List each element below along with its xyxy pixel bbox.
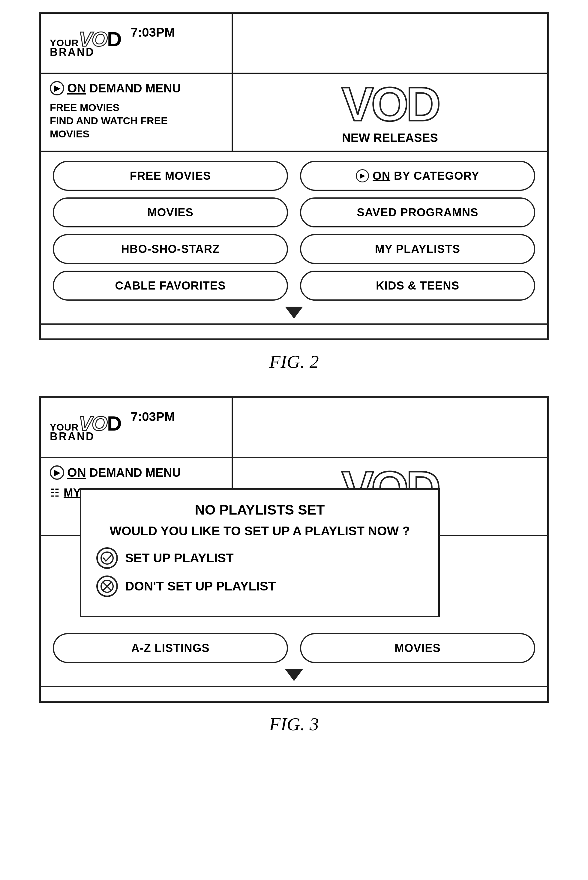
menu-btn-movies[interactable]: MOVIES [53,198,288,228]
scroll-arrow-row [41,304,547,324]
menu-btn-hbo-sho-starz[interactable]: HBO-SHO-STARZ [53,234,288,264]
fig3-caption: FIG. 3 [269,714,319,735]
play-icon: ▶ [50,81,64,95]
play-icon-fig3: ▶ [50,465,64,480]
scroll-arrow-row-fig3 [41,666,547,686]
new-releases-label: NEW RELEASES [342,131,438,145]
menu-btn-on-by-category[interactable]: ▶ ON BY CATEGORY [300,161,535,191]
menu-btn-my-playlists[interactable]: MY PLAYLISTS [300,234,535,264]
menu-btn-saved-programs[interactable]: SAVED PROGRAMNS [300,198,535,228]
menu-btn-movies-bottom[interactable]: MOVIES [300,633,535,663]
dialog-question: WOULD YOU LIKE TO SET UP A PLAYLIST NOW … [96,524,423,538]
bottom-bar-fig3 [41,686,547,701]
menu-btn-cable-favorites[interactable]: CABLE FAVORITES [53,271,288,301]
menu-btn-kids-teens[interactable]: KIDS & TEENS [300,271,535,301]
info-left: ▶ ON DEMAND MENU FREE MOVIES FIND AND WA… [41,74,233,151]
option1-text: SET UP PLAYLIST [125,551,234,565]
bottom-menu-grid: A-Z LISTINGS MOVIES [41,629,547,666]
dialog-option-1[interactable]: SET UP PLAYLIST [96,547,423,569]
vod-display: VOD [342,80,439,128]
on-demand-text-fig3: ON DEMAND MENU [67,465,181,480]
logo: YOURVOD BRAND [50,29,122,58]
header-thumbnail [233,14,547,73]
list-icon: ☷ [50,487,59,499]
menu-btn-free-movies[interactable]: FREE MOVIES [53,161,288,191]
logo-d-fig3: D [107,413,122,433]
tv-screen-fig3: YOURVOD BRAND 7:03PM ▶ ON DEMAND MENU ☷ … [39,396,549,703]
scroll-down-arrow[interactable] [285,307,303,319]
fig2-caption: FIG. 2 [269,351,319,372]
tv-screen-fig2: YOURVOD BRAND 7:03PM ▶ ON DEMAND MENU FR… [39,12,549,340]
on-demand-label-fig3: ▶ ON DEMAND MENU [50,465,223,480]
info-description: FREE MOVIES FIND AND WATCH FREE MOVIES [50,101,223,141]
figure-2: YOURVOD BRAND 7:03PM ▶ ON DEMAND MENU FR… [18,12,570,372]
logo-d: D [107,29,122,49]
header-thumbnail-fig3 [233,398,547,457]
dialog-title: NO PLAYLISTS SET [96,502,423,518]
bottom-bar [41,324,547,339]
header-row-fig3: YOURVOD BRAND 7:03PM [41,398,547,458]
on-by-category-rest: BY CATEGORY [394,169,479,183]
figure-3: YOURVOD BRAND 7:03PM ▶ ON DEMAND MENU ☷ … [18,396,570,735]
option2-text: DON'T SET UP PLAYLIST [125,579,276,594]
logo-brand: BRAND [50,47,122,58]
on-by-category-on: ON [373,169,390,183]
on-demand-label: ▶ ON DEMAND MENU [50,81,223,95]
header-row: YOURVOD BRAND 7:03PM [41,14,547,74]
dialog-overlay: NO PLAYLISTS SET WOULD YOU LIKE TO SET U… [80,488,440,617]
info-right: VOD NEW RELEASES [233,74,547,151]
checkmark-icon [96,547,118,569]
menu-btn-az-listings[interactable]: A-Z LISTINGS [53,633,288,663]
cancel-icon [96,576,118,597]
header-left-fig3: YOURVOD BRAND 7:03PM [41,398,233,457]
scroll-down-arrow-fig3[interactable] [285,669,303,681]
header-time-fig3: 7:03PM [131,404,175,424]
header-left: YOURVOD BRAND 7:03PM [41,14,233,73]
header-time: 7:03PM [131,20,175,40]
on-icon: ▶ [356,169,369,183]
dialog-option-2[interactable]: DON'T SET UP PLAYLIST [96,576,423,597]
logo-fig3: YOURVOD BRAND [50,413,122,442]
info-row: ▶ ON DEMAND MENU FREE MOVIES FIND AND WA… [41,74,547,152]
menu-grid: FREE MOVIES ▶ ON BY CATEGORY MOVIES SAVE… [41,152,547,304]
on-demand-text: ON DEMAND MENU [67,81,181,95]
logo-brand-fig3: BRAND [50,431,122,442]
